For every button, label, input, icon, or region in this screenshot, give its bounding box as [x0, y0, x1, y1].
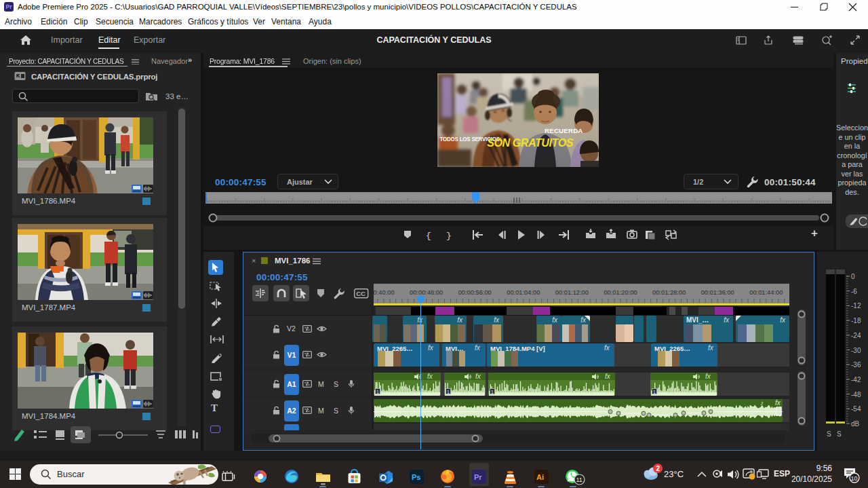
svg-text:10: 10 — [851, 475, 858, 482]
svg-text:Ps: Ps — [412, 473, 420, 481]
svg-text:00:01:12:00: 00:01:12:00 — [555, 289, 589, 296]
svg-text:RECUERDA: RECUERDA — [545, 127, 583, 134]
svg-text:♪: ♪ — [760, 399, 764, 407]
svg-text:CC: CC — [356, 290, 366, 297]
svg-text:00:01:20:00: 00:01:20:00 — [604, 289, 637, 296]
svg-text:00:01:36:00: 00:01:36:00 — [701, 289, 734, 296]
svg-text:11: 11 — [576, 476, 583, 483]
svg-text:00:01:44:00: 00:01:44:00 — [749, 289, 783, 296]
svg-text:00:00:40:00: 00:00:40:00 — [374, 289, 395, 296]
svg-text:Ai: Ai — [536, 473, 544, 481]
svg-text:fx: fx — [775, 399, 781, 407]
svg-text:00:00:48:00: 00:00:48:00 — [410, 289, 443, 296]
svg-text:00:01:04:00: 00:01:04:00 — [507, 289, 540, 296]
svg-text:{: { — [426, 231, 431, 241]
svg-text:00:01:28:00: 00:01:28:00 — [652, 289, 686, 296]
svg-text:SON GRATUITOS: SON GRATUITOS — [487, 136, 573, 149]
svg-text:2: 2 — [656, 465, 660, 472]
svg-text:00:00:56:00: 00:00:56:00 — [458, 289, 492, 296]
svg-text:Pr: Pr — [474, 473, 482, 481]
svg-text:}: } — [446, 231, 452, 241]
